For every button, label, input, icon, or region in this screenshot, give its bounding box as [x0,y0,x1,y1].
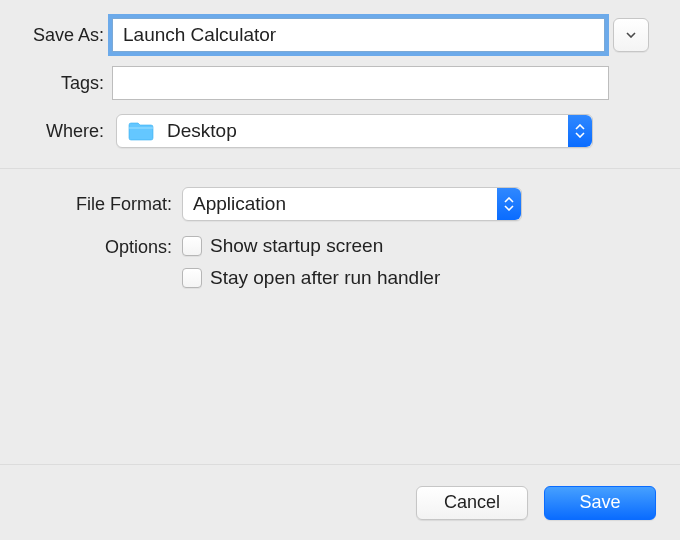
row-where: Where: Desktop [0,114,680,148]
save-button-label: Save [579,492,620,513]
dialog-footer: Cancel Save [0,464,680,540]
tags-input[interactable] [112,66,609,100]
option-show-startup-label: Show startup screen [210,235,383,257]
row-save-as: Save As: [0,18,680,52]
row-options: Options: Show startup screen Stay open a… [0,235,680,299]
save-dialog: Save As: Tags: Where: Desktop [0,0,680,540]
file-format-popup[interactable]: Application [182,187,522,221]
where-value: Desktop [157,120,247,142]
options-group: Show startup screen Stay open after run … [182,235,440,299]
checkbox-stay-open[interactable] [182,268,202,288]
option-stay-open-label: Stay open after run handler [210,267,440,289]
checkbox-show-startup[interactable] [182,236,202,256]
label-options: Options: [0,235,182,258]
save-button[interactable]: Save [544,486,656,520]
label-save-as: Save As: [0,25,112,46]
row-file-format: File Format: Application [0,187,680,221]
label-file-format: File Format: [0,194,182,215]
format-section: File Format: Application Options: Show s… [0,168,680,299]
folder-icon [127,120,155,142]
file-format-value: Application [183,193,296,215]
row-tags: Tags: [0,66,680,100]
popup-stepper-icon [568,115,592,147]
popup-stepper-icon [497,188,521,220]
save-as-input[interactable] [112,18,605,52]
expand-dialog-button[interactable] [613,18,649,52]
cancel-button-label: Cancel [444,492,500,513]
where-popup[interactable]: Desktop [116,114,593,148]
cancel-button[interactable]: Cancel [416,486,528,520]
option-stay-open: Stay open after run handler [182,267,440,289]
label-where: Where: [0,121,112,142]
option-show-startup: Show startup screen [182,235,440,257]
label-tags: Tags: [0,73,112,94]
chevron-down-icon [626,32,636,38]
